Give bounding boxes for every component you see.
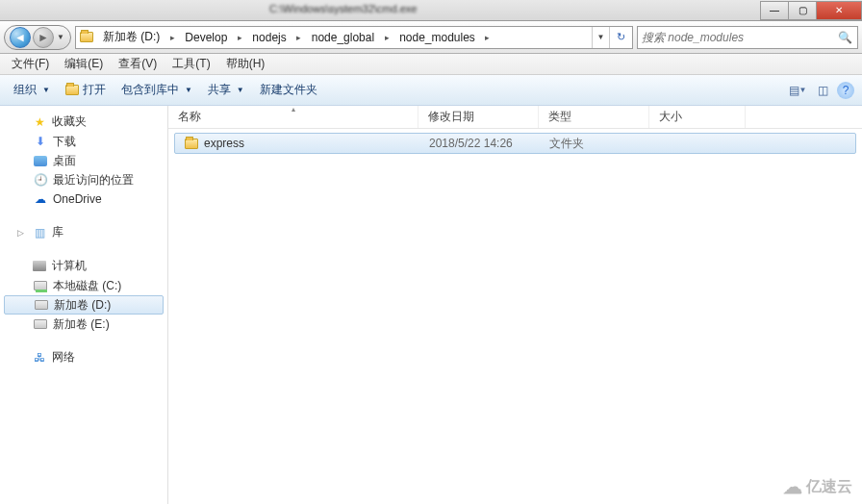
nav-drive-c[interactable]: 本地磁盘 (C:) xyxy=(0,276,167,295)
computer-header[interactable]: 计算机 xyxy=(0,256,167,276)
col-type[interactable]: 类型 xyxy=(539,106,649,128)
window-titlebar: C:\Windows\system32\cmd.exe — ▢ ✕ xyxy=(0,0,862,21)
explorer-body: ★收藏夹 ⬇下载 桌面 🕘最近访问的位置 ☁OneDrive ▷▥库 计算机 本… xyxy=(0,106,862,504)
drive-icon xyxy=(33,316,48,332)
window-title: C:\Windows\system32\cmd.exe xyxy=(269,3,417,14)
newfolder-button[interactable]: 新建文件夹 xyxy=(254,79,323,102)
command-bar: 组织▼ 打开 包含到库中▼ 共享▼ 新建文件夹 ▤▼ ◫ ? xyxy=(0,75,862,106)
breadcrumb-seg-2[interactable]: nodejs▸ xyxy=(246,27,305,48)
file-date: 2018/5/22 14:26 xyxy=(419,137,540,150)
network-group: 🖧网络 xyxy=(0,347,167,367)
chevron-down-icon: ▼ xyxy=(185,86,192,94)
breadcrumb-label: node_modules xyxy=(393,31,481,44)
computer-icon xyxy=(32,259,47,274)
nav-drive-e[interactable]: 新加卷 (E:) xyxy=(0,315,167,334)
chevron-right-icon[interactable]: ▸ xyxy=(292,27,306,48)
location-icon xyxy=(76,32,97,42)
computer-label: 计算机 xyxy=(52,258,87,274)
breadcrumb[interactable]: 新加卷 (D:)▸ Develop▸ nodejs▸ node_global▸ … xyxy=(75,26,633,49)
file-name: express xyxy=(204,137,244,150)
search-icon[interactable]: 🔍 xyxy=(836,31,853,44)
organize-label: 组织 xyxy=(13,82,37,98)
chevron-right-icon[interactable]: ▸ xyxy=(233,27,246,48)
back-button[interactable]: ◄ xyxy=(10,27,31,48)
favorites-group: ★收藏夹 ⬇下载 桌面 🕘最近访问的位置 ☁OneDrive xyxy=(0,112,167,209)
nav-desktop[interactable]: 桌面 xyxy=(0,151,167,170)
maximize-button[interactable]: ▢ xyxy=(788,1,817,20)
libraries-label: 库 xyxy=(52,224,63,240)
chevron-right-icon[interactable]: ▸ xyxy=(380,27,393,48)
nav-label: 桌面 xyxy=(53,153,76,169)
menu-bar: 文件(F) 编辑(E) 查看(V) 工具(T) 帮助(H) xyxy=(0,54,862,75)
search-box[interactable]: 🔍 xyxy=(637,26,858,49)
folder-icon xyxy=(185,139,198,149)
nav-label: 本地磁盘 (C:) xyxy=(53,278,121,294)
library-icon: ▥ xyxy=(32,225,47,240)
folder-open-icon xyxy=(65,85,79,95)
file-list: ▴名称 修改日期 类型 大小 express 2018/5/22 14:26 文… xyxy=(168,106,862,504)
breadcrumb-seg-3[interactable]: node_global▸ xyxy=(306,27,393,48)
address-bar: ◄ ► ▼ 新加卷 (D:)▸ Develop▸ nodejs▸ node_gl… xyxy=(0,21,862,54)
menu-edit[interactable]: 编辑(E) xyxy=(57,56,111,72)
menu-help[interactable]: 帮助(H) xyxy=(218,56,273,72)
open-button[interactable]: 打开 xyxy=(60,79,112,102)
sort-asc-icon: ▴ xyxy=(292,105,295,113)
menu-tools[interactable]: 工具(T) xyxy=(165,56,217,72)
window-controls: — ▢ ✕ xyxy=(761,1,862,20)
open-label: 打开 xyxy=(83,82,106,98)
breadcrumb-seg-4[interactable]: node_modules▸ xyxy=(393,27,494,48)
breadcrumb-label: node_global xyxy=(306,31,380,44)
recent-icon: 🕘 xyxy=(33,172,48,188)
col-name[interactable]: ▴名称 xyxy=(168,106,418,128)
nav-button-group: ◄ ► ▼ xyxy=(4,25,71,50)
libraries-header[interactable]: ▷▥库 xyxy=(0,222,167,242)
drive-icon xyxy=(34,297,49,313)
nav-label: 新加卷 (D:) xyxy=(54,297,111,314)
search-input[interactable] xyxy=(642,31,836,44)
include-button[interactable]: 包含到库中▼ xyxy=(115,79,198,102)
nav-history-dropdown[interactable]: ▼ xyxy=(55,33,66,41)
breadcrumb-seg-0[interactable]: 新加卷 (D:)▸ xyxy=(97,27,179,48)
network-label: 网络 xyxy=(52,349,75,365)
share-button[interactable]: 共享▼ xyxy=(202,79,250,102)
file-row[interactable]: express 2018/5/22 14:26 文件夹 xyxy=(174,133,856,154)
help-button[interactable]: ? xyxy=(837,82,854,99)
favorites-header[interactable]: ★收藏夹 xyxy=(0,112,167,132)
chevron-right-icon[interactable]: ▸ xyxy=(481,27,494,48)
organize-button[interactable]: 组织▼ xyxy=(8,79,56,102)
menu-file[interactable]: 文件(F) xyxy=(4,56,57,72)
drive-icon xyxy=(33,278,48,293)
watermark-text: 亿速云 xyxy=(806,477,852,497)
close-button[interactable]: ✕ xyxy=(816,1,862,20)
nav-recent[interactable]: 🕘最近访问的位置 xyxy=(0,170,167,189)
refresh-button[interactable]: ↻ xyxy=(609,27,632,48)
preview-pane-button[interactable]: ◫ xyxy=(812,80,833,101)
chevron-right-icon[interactable]: ▸ xyxy=(165,27,179,48)
network-icon: 🖧 xyxy=(32,350,47,365)
forward-button[interactable]: ► xyxy=(33,27,54,48)
col-date[interactable]: 修改日期 xyxy=(418,106,539,128)
minimize-button[interactable]: — xyxy=(760,1,789,20)
nav-downloads[interactable]: ⬇下载 xyxy=(0,132,167,151)
nav-label: 新加卷 (E:) xyxy=(53,316,110,333)
view-options-button[interactable]: ▤▼ xyxy=(787,80,808,101)
address-dropdown[interactable]: ▼ xyxy=(592,27,609,48)
network-header[interactable]: 🖧网络 xyxy=(0,347,167,367)
favorites-label: 收藏夹 xyxy=(52,113,87,130)
menu-view[interactable]: 查看(V) xyxy=(111,56,165,72)
navigation-pane: ★收藏夹 ⬇下载 桌面 🕘最近访问的位置 ☁OneDrive ▷▥库 计算机 本… xyxy=(0,106,168,504)
nav-drive-d[interactable]: 新加卷 (D:) xyxy=(4,295,164,315)
breadcrumb-label: Develop xyxy=(179,31,233,44)
computer-group: 计算机 本地磁盘 (C:) 新加卷 (D:) 新加卷 (E:) xyxy=(0,256,167,334)
nav-onedrive[interactable]: ☁OneDrive xyxy=(0,189,167,209)
watermark: ☁ 亿速云 xyxy=(783,475,852,498)
col-name-label: 名称 xyxy=(178,109,201,125)
newfolder-label: 新建文件夹 xyxy=(260,82,317,98)
libraries-group: ▷▥库 xyxy=(0,222,167,242)
chevron-down-icon: ▼ xyxy=(237,86,244,94)
cloud-icon: ☁ xyxy=(783,475,802,498)
share-label: 共享 xyxy=(208,82,231,98)
chevron-down-icon: ▼ xyxy=(42,86,50,94)
col-size[interactable]: 大小 xyxy=(649,106,746,128)
breadcrumb-seg-1[interactable]: Develop▸ xyxy=(179,27,246,48)
